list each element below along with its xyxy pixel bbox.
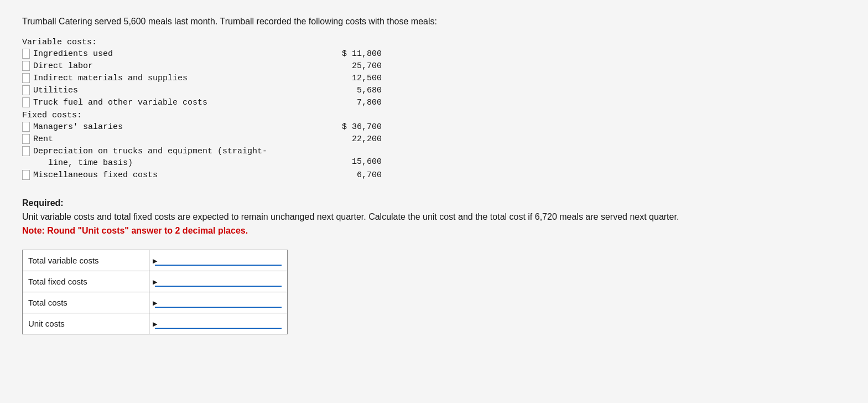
cost-row-direct-labor: Direct labor 25,700 xyxy=(22,60,387,72)
indent-box-rent xyxy=(22,134,30,144)
label-unit-costs: Unit costs xyxy=(23,313,149,334)
required-description: Unit variable costs and total fixed cost… xyxy=(22,210,846,224)
indent-box-indirect-materials xyxy=(22,73,30,83)
input-total-variable[interactable] xyxy=(155,255,282,266)
cost-row-utilities: Utilities 5,680 xyxy=(22,85,387,96)
input-cell-total-variable[interactable] xyxy=(149,250,288,271)
cost-table: Variable costs: Ingredients used $ 11,80… xyxy=(22,38,387,181)
input-unit-costs[interactable] xyxy=(155,318,282,329)
label-utilities: Utilities xyxy=(33,85,78,96)
cost-row-managers-salaries: Managers' salaries $ 36,700 xyxy=(22,121,387,133)
label-rent: Rent xyxy=(33,133,53,145)
fixed-costs-header: Fixed costs: xyxy=(22,111,387,120)
value-depreciation: 15,600 xyxy=(321,156,387,169)
variable-costs-rows: Ingredients used $ 11,800 Direct labor 2… xyxy=(22,48,387,108)
value-managers-salaries: $ 36,700 xyxy=(321,121,387,133)
variable-costs-header: Variable costs: xyxy=(22,38,387,47)
value-miscellaneous: 6,700 xyxy=(321,169,387,181)
cost-row-truck-fuel: Truck fuel and other variable costs 7,80… xyxy=(22,97,387,108)
input-cell-unit-costs[interactable] xyxy=(149,313,288,334)
input-cell-total-costs[interactable] xyxy=(149,292,288,313)
indent-box-utilities xyxy=(22,85,30,95)
table-row-total-variable: Total variable costs xyxy=(23,250,288,271)
label-truck-fuel: Truck fuel and other variable costs xyxy=(33,97,207,108)
label-managers-salaries: Managers' salaries xyxy=(33,121,123,133)
label-miscellaneous: Miscellaneous fixed costs xyxy=(33,169,158,181)
cost-row-rent: Rent 22,200 xyxy=(22,133,387,145)
cost-row-ingredients: Ingredients used $ 11,800 xyxy=(22,48,387,60)
label-indirect-materials: Indirect materials and supplies xyxy=(33,73,188,84)
label-total-costs: Total costs xyxy=(23,292,149,313)
indent-box-truck-fuel xyxy=(22,97,30,107)
cost-row-depreciation: Depreciation on trucks and equipment (st… xyxy=(22,146,387,169)
cost-row-indirect-materials: Indirect materials and supplies 12,500 xyxy=(22,73,387,84)
value-ingredients: $ 11,800 xyxy=(321,48,387,60)
indent-box-managers xyxy=(22,122,30,132)
required-title: Required: xyxy=(22,198,64,208)
table-row-total-costs: Total costs xyxy=(23,292,288,313)
value-indirect-materials: 12,500 xyxy=(321,73,387,84)
value-rent: 22,200 xyxy=(321,133,387,145)
value-utilities: 5,680 xyxy=(321,85,387,96)
input-cell-total-fixed[interactable] xyxy=(149,271,288,292)
intro-text: Trumball Catering served 5,600 meals las… xyxy=(22,17,846,27)
indent-box-direct-labor xyxy=(22,61,30,71)
required-section: Required: Unit variable costs and total … xyxy=(22,197,846,237)
label-ingredients: Ingredients used xyxy=(33,48,113,60)
label-total-fixed: Total fixed costs xyxy=(23,271,149,292)
label-total-variable: Total variable costs xyxy=(23,250,149,271)
indent-box-miscellaneous xyxy=(22,170,30,180)
fixed-costs-rows: Managers' salaries $ 36,700 Rent 22,200 … xyxy=(22,121,387,181)
cost-row-miscellaneous: Miscellaneous fixed costs 6,700 xyxy=(22,169,387,181)
input-total-fixed[interactable] xyxy=(155,276,282,287)
value-direct-labor: 25,700 xyxy=(321,60,387,72)
label-direct-labor: Direct labor xyxy=(33,60,93,72)
answer-table: Total variable costs Total fixed costs T… xyxy=(22,250,288,334)
indent-box-depreciation xyxy=(22,146,30,156)
table-row-unit-costs: Unit costs xyxy=(23,313,288,334)
input-total-costs[interactable] xyxy=(155,297,282,308)
table-row-total-fixed: Total fixed costs xyxy=(23,271,288,292)
value-truck-fuel: 7,800 xyxy=(321,97,387,108)
indent-box-ingredients xyxy=(22,49,30,59)
required-note: Note: Round "Unit costs" answer to 2 dec… xyxy=(22,224,846,238)
label-depreciation: Depreciation on trucks and equipment (st… xyxy=(33,146,267,169)
